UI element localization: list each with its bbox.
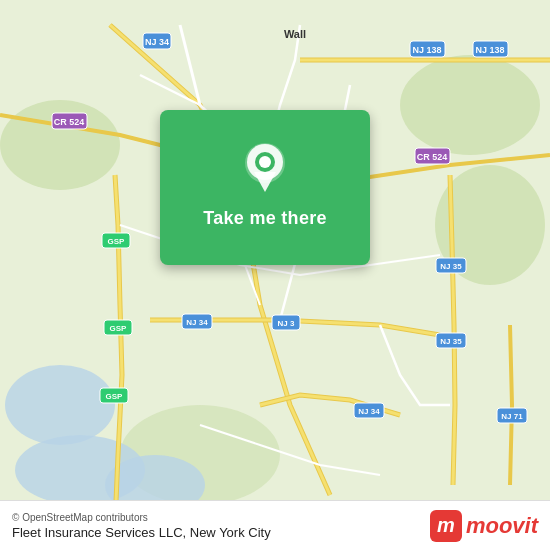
svg-text:GSP: GSP (106, 392, 124, 401)
svg-text:GSP: GSP (110, 324, 128, 333)
bottom-bar: © OpenStreetMap contributors Fleet Insur… (0, 500, 550, 550)
map-roads: NJ 34 Wall NJ 138 NJ 138 CR 524 CR 524 G… (0, 0, 550, 550)
location-pin-icon (244, 142, 286, 194)
location-name: Fleet Insurance Services LLC, New York C… (12, 525, 271, 540)
svg-text:NJ 138: NJ 138 (412, 45, 441, 55)
svg-point-6 (400, 55, 540, 155)
moovit-logo: m moovit (430, 510, 538, 542)
svg-text:CR 524: CR 524 (54, 117, 85, 127)
bottom-left-info: © OpenStreetMap contributors Fleet Insur… (12, 512, 271, 540)
svg-text:NJ 34: NJ 34 (186, 318, 208, 327)
svg-text:Wall: Wall (284, 28, 306, 40)
svg-point-44 (259, 156, 271, 168)
svg-marker-45 (254, 172, 276, 192)
map-container: NJ 34 Wall NJ 138 NJ 138 CR 524 CR 524 G… (0, 0, 550, 550)
take-me-there-button[interactable]: Take me there (195, 204, 335, 233)
moovit-m-icon: m (430, 510, 462, 542)
svg-text:NJ 34: NJ 34 (358, 407, 380, 416)
svg-text:NJ 34: NJ 34 (145, 37, 169, 47)
svg-text:NJ 35: NJ 35 (440, 262, 462, 271)
svg-text:NJ 3: NJ 3 (278, 319, 295, 328)
svg-text:NJ 35: NJ 35 (440, 337, 462, 346)
svg-text:CR 524: CR 524 (417, 152, 448, 162)
moovit-label: moovit (466, 513, 538, 539)
location-card: Take me there (160, 110, 370, 265)
svg-text:GSP: GSP (108, 237, 126, 246)
svg-point-9 (5, 365, 115, 445)
osm-credit: © OpenStreetMap contributors (12, 512, 271, 523)
svg-text:NJ 71: NJ 71 (501, 412, 523, 421)
svg-text:NJ 138: NJ 138 (475, 45, 504, 55)
